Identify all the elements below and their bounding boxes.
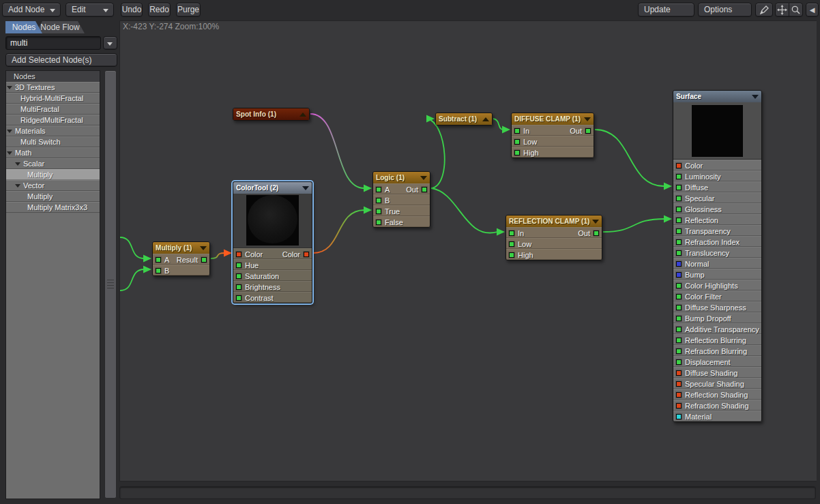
search-history-dropdown[interactable]: [103, 36, 117, 50]
collapse-toggle-icon[interactable]: [302, 186, 309, 190]
pan-icon[interactable]: [775, 3, 789, 17]
input-socket[interactable]: [509, 252, 514, 258]
input-socket[interactable]: [236, 295, 241, 301]
edit-dropdown[interactable]: Edit: [65, 3, 114, 17]
input-socket[interactable]: [676, 283, 682, 288]
collapse-toggle-icon[interactable]: [584, 117, 591, 121]
list-item-multi-switch[interactable]: Multi Switch: [6, 136, 100, 147]
input-socket[interactable]: [676, 239, 682, 245]
expand-arrow-icon[interactable]: [7, 86, 12, 89]
output-socket[interactable]: [201, 257, 207, 263]
output-socket[interactable]: [304, 252, 309, 257]
input-socket[interactable]: [676, 305, 682, 310]
list-item-multiply[interactable]: Multiply: [6, 169, 100, 180]
tab-node-flow[interactable]: Node Flow: [35, 21, 85, 33]
input-socket[interactable]: [236, 263, 241, 268]
collapse-toggle-icon[interactable]: [420, 176, 427, 180]
input-socket[interactable]: [676, 272, 682, 278]
input-socket[interactable]: [676, 359, 682, 365]
input-socket[interactable]: [156, 268, 161, 273]
input-socket[interactable]: [676, 196, 682, 201]
expand-arrow-icon[interactable]: [7, 130, 12, 133]
list-item-scalar[interactable]: Scalar: [6, 158, 100, 169]
collapse-toggle-icon[interactable]: [592, 220, 599, 224]
input-socket[interactable]: [236, 284, 241, 290]
input-socket[interactable]: [676, 403, 682, 409]
node-title-bar[interactable]: Spot Info (1): [233, 108, 309, 120]
list-item-hybrid-multifractal[interactable]: Hybrid-MultiFractal: [6, 93, 100, 104]
input-socket[interactable]: [676, 207, 682, 212]
input-socket[interactable]: [676, 338, 682, 343]
collapse-toggle-icon[interactable]: [752, 95, 759, 99]
node-graph-canvas[interactable]: X:-423 Y:-274 Zoom:100% Spot Info (1)Mul…: [119, 20, 817, 481]
zoom-icon[interactable]: [789, 3, 803, 17]
input-socket[interactable]: [676, 294, 682, 299]
input-socket[interactable]: [509, 231, 514, 236]
search-input[interactable]: [5, 36, 101, 50]
input-socket[interactable]: [676, 316, 682, 321]
input-socket[interactable]: [676, 228, 682, 234]
node-multiply[interactable]: Multiply (1)AResultB: [152, 241, 210, 276]
node-diffuse-clamp[interactable]: DIFFUSE CLAMP (1)InOutLowHigh: [511, 113, 594, 158]
list-item-3d-textures[interactable]: 3D Textures: [6, 82, 100, 93]
input-socket[interactable]: [236, 252, 241, 257]
pen-icon[interactable]: [755, 3, 773, 17]
list-item-multiply[interactable]: Multiply: [6, 191, 100, 202]
node-surface[interactable]: SurfaceColorLuminosityDiffuseSpecularGlo…: [673, 90, 762, 422]
node-spot-info[interactable]: Spot Info (1): [233, 108, 310, 121]
add-selected-button[interactable]: Add Selected Node(s): [5, 53, 117, 67]
node-title-bar[interactable]: REFLECTION CLAMP (1): [506, 216, 602, 227]
input-socket[interactable]: [376, 198, 381, 203]
horizontal-scrollbar[interactable]: [119, 486, 816, 499]
input-socket[interactable]: [514, 139, 520, 145]
update-button[interactable]: Update: [638, 3, 694, 17]
tab-nodes[interactable]: Nodes: [5, 21, 42, 33]
input-socket[interactable]: [509, 241, 514, 247]
input-socket[interactable]: [236, 273, 241, 279]
input-socket[interactable]: [156, 257, 161, 263]
input-socket[interactable]: [676, 261, 682, 267]
node-title-bar[interactable]: ColorTool (2): [233, 182, 312, 194]
node-logic[interactable]: Logic (1)AOutBTrueFalse: [372, 171, 430, 228]
input-socket[interactable]: [676, 414, 682, 419]
list-item-multifractal[interactable]: MultiFractal: [6, 104, 100, 115]
node-reflection-clamp[interactable]: REFLECTION CLAMP (1)InOutLowHigh: [506, 215, 602, 261]
node-title-bar[interactable]: Logic (1): [373, 172, 430, 183]
output-socket[interactable]: [422, 187, 427, 192]
input-socket[interactable]: [376, 187, 381, 192]
list-item-math[interactable]: Math: [6, 147, 100, 158]
input-socket[interactable]: [376, 209, 381, 214]
node-title-bar[interactable]: Subtract (1): [436, 113, 492, 125]
list-item-materials[interactable]: Materials: [6, 125, 100, 136]
expand-arrow-icon[interactable]: [7, 151, 12, 155]
input-socket[interactable]: [514, 128, 520, 134]
input-socket[interactable]: [676, 250, 682, 256]
input-socket[interactable]: [676, 174, 682, 179]
input-socket[interactable]: [676, 218, 682, 223]
collapse-panel-icon[interactable]: ◀: [806, 3, 819, 17]
input-socket[interactable]: [676, 327, 682, 332]
input-socket[interactable]: [676, 185, 682, 190]
undo-button[interactable]: Undo: [121, 3, 143, 17]
add-node-dropdown[interactable]: Add Node: [2, 3, 61, 17]
output-socket[interactable]: [594, 231, 599, 236]
options-button[interactable]: Options: [698, 3, 752, 17]
input-socket[interactable]: [676, 381, 682, 387]
collapse-toggle-icon[interactable]: [482, 117, 489, 121]
output-socket[interactable]: [585, 128, 591, 134]
expand-arrow-icon[interactable]: [15, 184, 20, 188]
vertical-scrollbar[interactable]: [104, 70, 117, 499]
purge-button[interactable]: Purge: [176, 3, 201, 17]
node-title-bar[interactable]: Multiply (1): [153, 242, 209, 254]
node-subtract[interactable]: Subtract (1): [435, 113, 493, 125]
list-item-multiply-matrix3x3[interactable]: Multiply Matrix3x3: [6, 202, 100, 213]
input-socket[interactable]: [676, 349, 682, 354]
list-item-vector[interactable]: Vector: [6, 180, 100, 191]
input-socket[interactable]: [376, 220, 381, 225]
redo-button[interactable]: Redo: [148, 3, 171, 17]
node-colortool[interactable]: ColorTool (2)ColorColorHueSaturationBrig…: [233, 181, 312, 303]
input-socket[interactable]: [514, 150, 520, 155]
list-item-ridgedmultifractal[interactable]: RidgedMultiFractal: [6, 115, 100, 125]
collapse-toggle-icon[interactable]: [299, 113, 306, 117]
input-socket[interactable]: [676, 163, 682, 168]
